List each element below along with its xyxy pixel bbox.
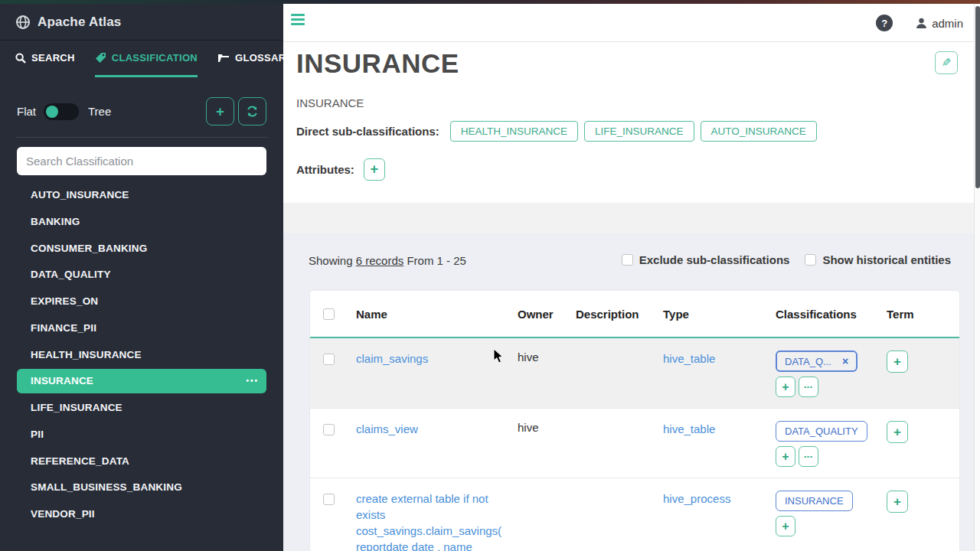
refresh-button[interactable] — [238, 97, 266, 126]
sidebar-item-label: VENDOR_PII — [31, 502, 266, 527]
folder-icon — [217, 53, 230, 64]
add-term-button[interactable]: + — [887, 350, 908, 373]
subclassification-tag[interactable]: HEALTH_INSURANCE — [450, 121, 578, 142]
sidebar-item-label: BANKING — [31, 210, 266, 234]
filter-0: Exclude sub-classifications — [622, 253, 790, 266]
sidebar: Apache Atlas SEARCH CLASSIFICATION — [0, 4, 283, 551]
remove-tag-icon[interactable]: × — [842, 355, 848, 367]
sidebar-item-finance_pii[interactable]: FINANCE_PII — [17, 316, 266, 341]
table-body: claim_savingshivehive_tableDATA_Q...×+••… — [310, 338, 959, 551]
sidebar-item-insurance[interactable]: INSURANCE••• — [17, 369, 266, 393]
tab-search[interactable]: SEARCH — [15, 41, 75, 77]
classification-list: AUTO_INSURANCEBANKINGCONSUMER_BANKINGDAT… — [0, 183, 283, 527]
column-header-owner: Owner — [508, 308, 567, 321]
username: admin — [932, 17, 963, 30]
results-filters: Exclude sub-classificationsShow historic… — [622, 253, 951, 266]
classification-tag[interactable]: DATA_Q...× — [776, 350, 858, 372]
row-checkbox[interactable] — [323, 354, 335, 365]
cell-description — [567, 338, 654, 361]
cell-description — [567, 409, 654, 432]
add-term-button[interactable]: + — [887, 491, 908, 513]
filter-checkbox[interactable] — [805, 254, 816, 266]
entity-name-link[interactable]: claim_savings — [356, 350, 428, 367]
classification-tag[interactable]: DATA_QUALITY — [776, 421, 867, 442]
add-classification-button[interactable]: + — [206, 97, 234, 126]
sidebar-item-vendor_pii[interactable]: VENDOR_PII — [17, 502, 266, 527]
row-checkbox[interactable] — [323, 494, 335, 505]
page-scrollbar[interactable] — [974, 4, 980, 551]
sidebar-item-label: SMALL_BUSINESS_BANKING — [31, 475, 266, 500]
filter-label: Show historical entities — [822, 253, 951, 266]
refresh-icon — [246, 105, 259, 118]
sidebar-item-expires_on[interactable]: EXPIRES_ON — [17, 289, 266, 314]
scrollbar-thumb[interactable] — [975, 6, 980, 188]
brand-title: Apache Atlas — [38, 15, 121, 30]
sidebar-tabs: SEARCH CLASSIFICATION GLOSSARY — [0, 41, 283, 77]
subclassifications-label: Direct sub-classifications: — [296, 125, 439, 138]
pencil-icon: ✎ — [942, 56, 952, 70]
column-header-name: Name — [347, 308, 508, 321]
sidebar-item-small_business_banking[interactable]: SMALL_BUSINESS_BANKING — [17, 475, 266, 500]
sidebar-item-reference_data[interactable]: REFERENCE_DATA — [17, 449, 266, 474]
select-all-checkbox[interactable] — [323, 308, 335, 320]
entity-name-link[interactable]: create external table if not exists cost… — [356, 491, 502, 551]
subclassification-tags: HEALTH_INSURANCELIFE_INSURANCEAUTO_INSUR… — [450, 121, 817, 142]
more-tags-button[interactable]: ••• — [799, 446, 818, 467]
subclassification-tag[interactable]: LIFE_INSURANCE — [584, 121, 694, 142]
column-header-description: Description — [567, 308, 654, 321]
add-tag-button[interactable]: + — [776, 377, 795, 397]
tab-glossary[interactable]: GLOSSARY — [217, 41, 292, 77]
sidebar-item-health_insurance[interactable]: HEALTH_INSURANCE — [17, 343, 266, 367]
search-icon — [15, 53, 26, 64]
more-tags-button[interactable]: ••• — [799, 377, 818, 397]
sidebar-item-banking[interactable]: BANKING — [17, 210, 266, 234]
sidebar-item-data_quality[interactable]: DATA_QUALITY — [17, 262, 266, 287]
entity-type-link[interactable]: hive_table — [663, 421, 715, 437]
main-content: INSURANCE ✎ INSURANCE Direct sub-classif… — [283, 42, 974, 551]
add-attribute-button[interactable]: + — [364, 158, 385, 181]
attributes-label: Attributes: — [296, 163, 354, 176]
entity-type-link[interactable]: hive_table — [663, 350, 715, 367]
records-link[interactable]: 6 records — [356, 254, 404, 267]
sidebar-item-label: HEALTH_INSURANCE — [31, 343, 266, 367]
sidebar-item-label: FINANCE_PII — [31, 316, 266, 341]
flat-tree-toggle[interactable] — [44, 103, 79, 120]
add-term-button[interactable]: + — [887, 421, 908, 443]
table-row: claim_savingshivehive_tableDATA_Q...×+••… — [310, 338, 959, 408]
sidebar-item-consumer_banking[interactable]: CONSUMER_BANKING — [17, 236, 266, 261]
row-checkbox[interactable] — [323, 424, 335, 435]
subclassification-tag[interactable]: AUTO_INSURANCE — [701, 121, 817, 142]
sidebar-item-auto_insurance[interactable]: AUTO_INSURANCE — [17, 183, 266, 207]
add-tag-button[interactable]: + — [776, 516, 795, 536]
user-menu[interactable]: admin — [916, 17, 963, 30]
sidebar-item-label: LIFE_INSURANCE — [31, 396, 266, 420]
cell-owner: hive — [508, 338, 567, 374]
hamburger-menu-icon[interactable] — [291, 14, 305, 28]
table-row: claims_viewhivehive_tableDATA_QUALITY+••… — [310, 408, 959, 478]
tab-search-label: SEARCH — [31, 52, 75, 64]
column-header-type: Type — [654, 308, 766, 321]
column-header-term: Term — [877, 308, 959, 321]
sidebar-item-life_insurance[interactable]: LIFE_INSURANCE — [17, 396, 266, 420]
filter-checkbox[interactable] — [622, 254, 633, 266]
add-tag-button[interactable]: + — [776, 446, 795, 467]
tab-classification[interactable]: CLASSIFICATION — [95, 41, 198, 77]
classification-search-input[interactable] — [17, 147, 266, 175]
help-icon[interactable]: ? — [876, 15, 893, 31]
entity-type-link[interactable]: hive_process — [663, 491, 730, 507]
edit-button[interactable]: ✎ — [935, 51, 958, 74]
results-table-card: NameOwnerDescriptionTypeClassificationsT… — [310, 291, 959, 551]
sidebar-item-label: REFERENCE_DATA — [31, 449, 266, 474]
cell-description — [567, 478, 654, 501]
sidebar-item-pii[interactable]: PII — [17, 422, 266, 447]
entity-name-link[interactable]: claims_view — [356, 421, 418, 437]
app-brand: Apache Atlas — [0, 4, 283, 41]
toggle-knob — [46, 106, 58, 118]
item-options-icon[interactable]: ••• — [246, 369, 259, 393]
sidebar-divider — [15, 137, 268, 138]
column-header-classifications: Classifications — [766, 308, 877, 321]
classification-tag[interactable]: INSURANCE — [776, 491, 853, 511]
flat-label: Flat — [17, 105, 36, 118]
results-panel: Showing 6 records From 1 - 25 Exclude su… — [283, 233, 974, 551]
filter-1: Show historical entities — [805, 253, 951, 266]
